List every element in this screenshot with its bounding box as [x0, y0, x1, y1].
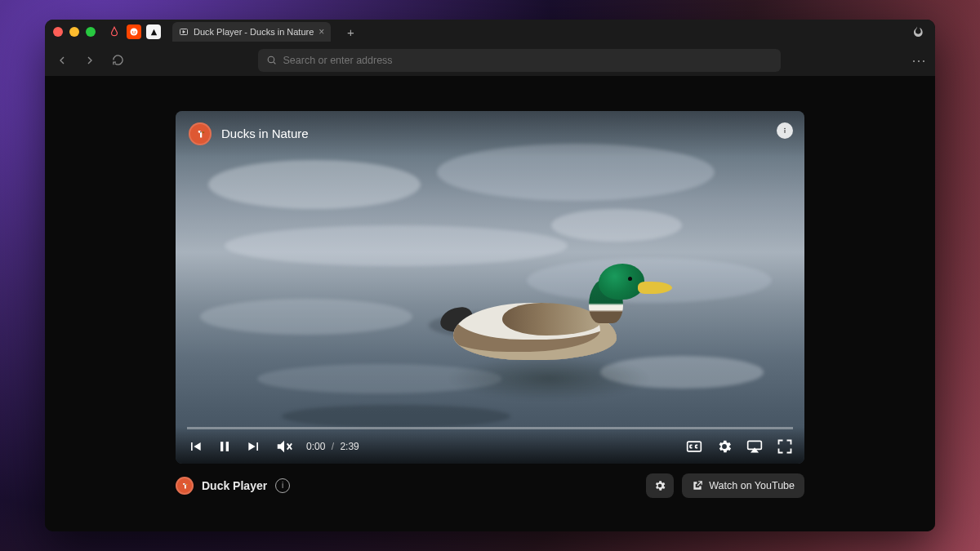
minimize-window-button[interactable]	[69, 27, 79, 37]
svg-point-16	[185, 483, 185, 484]
window-controls	[53, 27, 96, 37]
player-settings-button[interactable]	[646, 473, 674, 498]
video-tab-icon	[179, 27, 189, 37]
svg-point-1	[132, 31, 134, 33]
video-title: Ducks in Nature	[221, 127, 309, 140]
navigation-toolbar: ⋯	[45, 44, 935, 77]
svg-rect-8	[785, 130, 786, 133]
video-player[interactable]: Ducks in Nature	[176, 111, 804, 464]
address-bar[interactable]	[258, 49, 781, 72]
back-button[interactable]	[53, 51, 71, 69]
duration-time: 2:39	[340, 441, 359, 452]
pinned-tab-reddit[interactable]	[127, 24, 141, 39]
search-icon	[266, 55, 277, 65]
titlebar: Duck Player - Ducks in Nature × +	[45, 20, 935, 44]
time-display: 0:00 / 2:39	[306, 441, 359, 452]
player-brand: Duck Player	[202, 479, 267, 492]
settings-button[interactable]	[716, 438, 733, 455]
tab-title: Duck Player - Ducks in Nature	[194, 27, 314, 37]
svg-point-6	[200, 131, 202, 133]
external-link-icon	[692, 480, 703, 491]
pinned-tab-airbnb[interactable]	[107, 24, 122, 39]
svg-point-0	[131, 29, 138, 36]
duckduckgo-logo-icon	[176, 477, 194, 495]
svg-rect-10	[226, 442, 229, 451]
watch-on-youtube-label: Watch on YouTube	[709, 480, 795, 491]
svg-point-2	[135, 31, 136, 33]
close-window-button[interactable]	[53, 27, 63, 37]
watch-on-youtube-button[interactable]: Watch on YouTube	[682, 473, 804, 498]
current-time: 0:00	[306, 441, 325, 452]
svg-point-7	[784, 127, 786, 129]
page-content: Ducks in Nature	[45, 77, 935, 531]
new-tab-button[interactable]: +	[342, 24, 359, 40]
captions-button[interactable]	[685, 438, 703, 455]
forward-button[interactable]	[81, 51, 99, 69]
overflow-menu-button[interactable]: ⋯	[911, 51, 927, 69]
svg-point-4	[268, 56, 274, 63]
seek-bar[interactable]	[187, 427, 793, 429]
mute-button[interactable]	[275, 438, 293, 455]
pinned-tab-generic[interactable]	[146, 24, 161, 39]
close-tab-button[interactable]: ×	[318, 26, 324, 38]
video-subject-duck	[437, 270, 666, 393]
svg-rect-9	[220, 442, 223, 451]
pause-button[interactable]	[216, 438, 233, 455]
player-footer: Duck Player i Watch on YouTube	[176, 473, 804, 498]
fire-button-icon[interactable]	[911, 25, 924, 38]
pinned-tabs	[107, 24, 161, 39]
video-controls: 0:00 / 2:39	[176, 427, 804, 464]
info-icon[interactable]: i	[275, 478, 290, 493]
previous-button[interactable]	[187, 438, 203, 455]
video-info-icon[interactable]	[777, 122, 793, 139]
maximize-window-button[interactable]	[86, 27, 96, 37]
active-tab[interactable]: Duck Player - Ducks in Nature ×	[172, 22, 331, 42]
fullscreen-button[interactable]	[777, 438, 793, 455]
duckduckgo-logo-icon	[189, 122, 212, 145]
airplay-button[interactable]	[746, 438, 764, 455]
player-shell: Ducks in Nature	[176, 111, 804, 498]
browser-window: Duck Player - Ducks in Nature × + ⋯	[45, 20, 935, 531]
reload-button[interactable]	[109, 51, 127, 69]
search-input[interactable]	[283, 55, 773, 66]
next-button[interactable]	[246, 438, 262, 455]
video-artwork	[208, 160, 421, 209]
video-header: Ducks in Nature	[176, 111, 804, 157]
